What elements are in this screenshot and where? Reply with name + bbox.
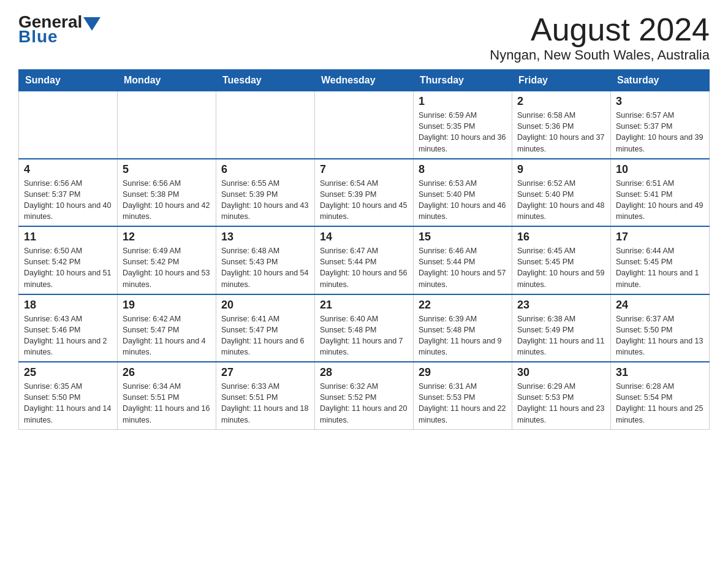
day-info: Sunrise: 6:43 AM Sunset: 5:46 PM Dayligh… [24,313,112,358]
day-number: 19 [123,299,211,312]
day-number: 25 [24,366,112,379]
logo-blue-text: Blue [18,27,58,47]
day-info: Sunrise: 6:31 AM Sunset: 5:53 PM Dayligh… [419,381,507,426]
calendar-cell: 3Sunrise: 6:57 AM Sunset: 5:37 PM Daylig… [611,91,710,159]
day-info: Sunrise: 6:56 AM Sunset: 5:37 PM Dayligh… [24,178,112,223]
day-number: 18 [24,299,112,312]
day-number: 27 [221,366,309,379]
page-title: August 2024 [490,12,710,47]
calendar-cell: 31Sunrise: 6:28 AM Sunset: 5:54 PM Dayli… [611,362,710,429]
day-number: 29 [419,366,507,379]
day-number: 20 [221,299,309,312]
calendar-cell: 14Sunrise: 6:47 AM Sunset: 5:44 PM Dayli… [315,226,414,294]
column-header-friday: Friday [512,70,611,91]
column-header-tuesday: Tuesday [216,70,315,91]
calendar-cell: 22Sunrise: 6:39 AM Sunset: 5:48 PM Dayli… [414,294,512,362]
calendar-cell: 21Sunrise: 6:40 AM Sunset: 5:48 PM Dayli… [315,294,414,362]
day-number: 10 [616,163,704,176]
calendar-week-row: 1Sunrise: 6:59 AM Sunset: 5:35 PM Daylig… [19,91,710,159]
calendar-cell: 8Sunrise: 6:53 AM Sunset: 5:40 PM Daylig… [414,159,512,227]
calendar-cell: 26Sunrise: 6:34 AM Sunset: 5:51 PM Dayli… [118,362,216,429]
day-number: 7 [320,163,408,176]
day-number: 22 [419,299,507,312]
day-number: 24 [616,299,704,312]
calendar-table: SundayMondayTuesdayWednesdayThursdayFrid… [18,69,710,430]
day-number: 21 [320,299,408,312]
column-header-saturday: Saturday [611,70,710,91]
day-info: Sunrise: 6:44 AM Sunset: 5:45 PM Dayligh… [616,245,704,290]
day-info: Sunrise: 6:39 AM Sunset: 5:48 PM Dayligh… [419,313,507,358]
day-number: 30 [517,366,605,379]
day-info: Sunrise: 6:32 AM Sunset: 5:52 PM Dayligh… [320,381,408,426]
calendar-cell [315,91,414,159]
calendar-header-row: SundayMondayTuesdayWednesdayThursdayFrid… [19,70,710,91]
calendar-week-row: 25Sunrise: 6:35 AM Sunset: 5:50 PM Dayli… [19,362,710,429]
day-number: 6 [221,163,309,176]
day-info: Sunrise: 6:55 AM Sunset: 5:39 PM Dayligh… [221,178,309,223]
day-info: Sunrise: 6:50 AM Sunset: 5:42 PM Dayligh… [24,245,112,290]
calendar-cell: 29Sunrise: 6:31 AM Sunset: 5:53 PM Dayli… [414,362,512,429]
day-info: Sunrise: 6:58 AM Sunset: 5:36 PM Dayligh… [517,110,605,155]
day-info: Sunrise: 6:49 AM Sunset: 5:42 PM Dayligh… [123,245,211,290]
day-info: Sunrise: 6:42 AM Sunset: 5:47 PM Dayligh… [123,313,211,358]
calendar-cell: 2Sunrise: 6:58 AM Sunset: 5:36 PM Daylig… [512,91,611,159]
calendar-week-row: 4Sunrise: 6:56 AM Sunset: 5:37 PM Daylig… [19,159,710,227]
calendar-cell [216,91,315,159]
day-info: Sunrise: 6:54 AM Sunset: 5:39 PM Dayligh… [320,178,408,223]
day-number: 31 [616,366,704,379]
calendar-cell: 24Sunrise: 6:37 AM Sunset: 5:50 PM Dayli… [611,294,710,362]
calendar-cell: 12Sunrise: 6:49 AM Sunset: 5:42 PM Dayli… [118,226,216,294]
calendar-cell: 16Sunrise: 6:45 AM Sunset: 5:45 PM Dayli… [512,226,611,294]
calendar-cell: 18Sunrise: 6:43 AM Sunset: 5:46 PM Dayli… [19,294,118,362]
calendar-cell: 30Sunrise: 6:29 AM Sunset: 5:53 PM Dayli… [512,362,611,429]
column-header-thursday: Thursday [414,70,512,91]
day-info: Sunrise: 6:40 AM Sunset: 5:48 PM Dayligh… [320,313,408,358]
calendar-cell: 17Sunrise: 6:44 AM Sunset: 5:45 PM Dayli… [611,226,710,294]
day-number: 4 [24,163,112,176]
day-number: 5 [123,163,211,176]
calendar-cell: 27Sunrise: 6:33 AM Sunset: 5:51 PM Dayli… [216,362,315,429]
day-info: Sunrise: 6:46 AM Sunset: 5:44 PM Dayligh… [419,245,507,290]
calendar-cell [118,91,216,159]
calendar-cell: 20Sunrise: 6:41 AM Sunset: 5:47 PM Dayli… [216,294,315,362]
day-number: 14 [320,231,408,243]
day-info: Sunrise: 6:28 AM Sunset: 5:54 PM Dayligh… [616,381,704,426]
calendar-cell: 23Sunrise: 6:38 AM Sunset: 5:49 PM Dayli… [512,294,611,362]
calendar-cell: 15Sunrise: 6:46 AM Sunset: 5:44 PM Dayli… [414,226,512,294]
calendar-cell: 1Sunrise: 6:59 AM Sunset: 5:35 PM Daylig… [414,91,512,159]
day-info: Sunrise: 6:48 AM Sunset: 5:43 PM Dayligh… [221,245,309,290]
calendar-cell: 9Sunrise: 6:52 AM Sunset: 5:40 PM Daylig… [512,159,611,227]
day-info: Sunrise: 6:51 AM Sunset: 5:41 PM Dayligh… [616,178,704,223]
day-info: Sunrise: 6:34 AM Sunset: 5:51 PM Dayligh… [123,381,211,426]
calendar-cell: 5Sunrise: 6:56 AM Sunset: 5:38 PM Daylig… [118,159,216,227]
calendar-cell: 7Sunrise: 6:54 AM Sunset: 5:39 PM Daylig… [315,159,414,227]
day-number: 26 [123,366,211,379]
day-info: Sunrise: 6:59 AM Sunset: 5:35 PM Dayligh… [419,110,507,155]
calendar-week-row: 18Sunrise: 6:43 AM Sunset: 5:46 PM Dayli… [19,294,710,362]
column-header-wednesday: Wednesday [315,70,414,91]
logo-triangle-icon [83,17,100,31]
calendar-cell: 25Sunrise: 6:35 AM Sunset: 5:50 PM Dayli… [19,362,118,429]
calendar-cell: 10Sunrise: 6:51 AM Sunset: 5:41 PM Dayli… [611,159,710,227]
day-number: 3 [616,95,704,108]
day-info: Sunrise: 6:29 AM Sunset: 5:53 PM Dayligh… [517,381,605,426]
day-info: Sunrise: 6:35 AM Sunset: 5:50 PM Dayligh… [24,381,112,426]
day-number: 1 [419,95,507,108]
day-number: 16 [517,231,605,243]
calendar-cell: 19Sunrise: 6:42 AM Sunset: 5:47 PM Dayli… [118,294,216,362]
title-block: August 2024 Nyngan, New South Wales, Aus… [490,12,710,63]
column-header-sunday: Sunday [19,70,118,91]
calendar-week-row: 11Sunrise: 6:50 AM Sunset: 5:42 PM Dayli… [19,226,710,294]
page-header: General Blue August 2024 Nyngan, New Sou… [18,12,710,63]
day-number: 15 [419,231,507,243]
day-info: Sunrise: 6:57 AM Sunset: 5:37 PM Dayligh… [616,110,704,155]
calendar-cell: 13Sunrise: 6:48 AM Sunset: 5:43 PM Dayli… [216,226,315,294]
day-number: 11 [24,231,112,243]
day-info: Sunrise: 6:37 AM Sunset: 5:50 PM Dayligh… [616,313,704,358]
day-number: 9 [517,163,605,176]
column-header-monday: Monday [118,70,216,91]
day-info: Sunrise: 6:52 AM Sunset: 5:40 PM Dayligh… [517,178,605,223]
day-info: Sunrise: 6:41 AM Sunset: 5:47 PM Dayligh… [221,313,309,358]
calendar-cell: 28Sunrise: 6:32 AM Sunset: 5:52 PM Dayli… [315,362,414,429]
calendar-cell: 11Sunrise: 6:50 AM Sunset: 5:42 PM Dayli… [19,226,118,294]
